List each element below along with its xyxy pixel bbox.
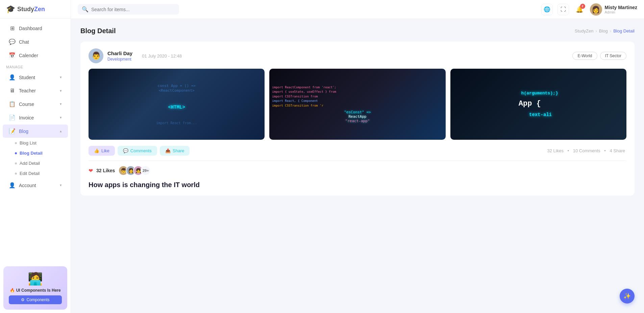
sub-nav-label: Blog Detail [20, 151, 43, 156]
logo[interactable]: 🎓 StudyZen [0, 0, 71, 19]
comments-label: Comments [130, 148, 152, 153]
search-input[interactable] [91, 7, 175, 12]
comments-stat: 10 Comments [573, 148, 600, 153]
blog-image-1: const App = () =><ReactComponent> <HTML>… [89, 69, 265, 140]
logo-icon: 🎓 [6, 5, 15, 14]
expand-icon: ⛶ [561, 6, 566, 13]
blog-image-2: import ReactComponent from 'react';impor… [269, 69, 445, 140]
page-header: Blog Detail StudyZen › Blog › Blog Detai… [80, 27, 635, 35]
sparkle-icon: ✨ [623, 292, 631, 300]
action-buttons: 👍 Like 💬 Comments 📤 Share [89, 146, 190, 156]
sidebar-item-label: Invoice [19, 115, 34, 120]
likes-stat: 32 Likes [547, 148, 563, 153]
manage-label: Manage [0, 62, 71, 70]
author-row: 👨 Charli Day Development 01 July 2020 - … [89, 48, 626, 63]
sidebar-item-label: Chat [19, 39, 29, 45]
sidebar-item-label: Blog [19, 129, 28, 134]
breadcrumb-sep1: › [595, 28, 597, 33]
sidebar-item-blog[interactable]: 📝 Blog ▴ [3, 125, 68, 138]
thumbs-up-icon: 👍 [94, 148, 99, 153]
sidebar: 🎓 StudyZen ⊞ Dashboard 💬 Chat 📅 Calender… [0, 0, 71, 313]
sidebar-item-chat[interactable]: 💬 Chat [3, 35, 68, 48]
student-icon: 👤 [9, 74, 16, 81]
sidebar-item-calender[interactable]: 📅 Calender [3, 49, 68, 62]
author-avatar: 👨 [89, 48, 103, 63]
sidebar-item-label: Student [19, 75, 35, 80]
comment-icon: 💬 [123, 148, 128, 153]
page-content: Blog Detail StudyZen › Blog › Blog Detai… [71, 19, 644, 313]
blog-icon: 📝 [9, 128, 16, 134]
blog-images-grid: const App = () =><ReactComponent> <HTML>… [89, 69, 626, 140]
chevron-down-icon: ▾ [60, 115, 62, 120]
topbar: 🔍 🌐 ⛶ 🔔 2 👩 Misty Martinez Admin [71, 0, 644, 19]
chevron-down-icon: ▾ [60, 183, 62, 187]
stat-sep1: • [568, 148, 569, 153]
sidebar-item-label: Teacher [19, 88, 36, 93]
user-name: Misty Martinez [605, 5, 637, 10]
teacher-icon: 🖥 [9, 88, 16, 94]
blog-image-3: h(arguments);} App { text-ali [450, 69, 626, 140]
chevron-down-icon: ▾ [60, 102, 62, 106]
sub-nav-blog-list[interactable]: Blog List [15, 138, 68, 148]
translate-button[interactable]: 🌐 [541, 4, 553, 15]
page-title: Blog Detail [80, 27, 116, 35]
account-icon: 👤 [9, 182, 16, 188]
chevron-down-icon: ▾ [60, 89, 62, 93]
logo-zen: Zen [34, 6, 45, 13]
notification-button[interactable]: 🔔 2 [574, 4, 585, 15]
chevron-up-icon: ▴ [60, 129, 62, 133]
heart-icon: ❤ [89, 167, 93, 174]
promo-title: 🔥 UI Components Is Here [9, 288, 62, 293]
sidebar-item-student[interactable]: 👤 Student ▾ [3, 71, 68, 84]
breadcrumb: StudyZen › Blog › Blog Detail [575, 28, 635, 33]
sidebar-item-course[interactable]: 📋 Course ▾ [3, 97, 68, 111]
breadcrumb-current: Blog Detail [613, 28, 635, 33]
invoice-icon: 📄 [9, 114, 16, 121]
author-info: 👨 Charli Day Development 01 July 2020 - … [89, 48, 182, 63]
sidebar-item-label: Account [19, 183, 36, 188]
calendar-icon: 📅 [9, 52, 16, 59]
sidebar-item-teacher[interactable]: 🖥 Teacher ▾ [3, 84, 68, 97]
chat-icon: 💬 [9, 39, 16, 45]
sidebar-item-label: Dashboard [19, 26, 42, 31]
user-emoji: 👩 [592, 5, 600, 14]
tag-itsector: IT Sector [600, 52, 626, 60]
image1-code-text: <HTML> [156, 97, 197, 118]
search-icon: 🔍 [82, 6, 89, 13]
comments-button[interactable]: 💬 Comments [118, 146, 157, 156]
user-profile[interactable]: 👩 Misty Martinez Admin [590, 3, 637, 16]
sub-nav-add-detail[interactable]: Add Detail [15, 158, 68, 168]
dashboard-icon: ⊞ [9, 25, 16, 31]
sidebar-item-label: Calender [19, 53, 38, 58]
tag-eworld: E-World [572, 52, 597, 60]
notification-badge: 2 [580, 4, 585, 9]
author-category: Development [107, 57, 132, 62]
topbar-right: 🌐 ⛶ 🔔 2 👩 Misty Martinez Admin [541, 3, 637, 16]
stat-sep2: • [604, 148, 606, 153]
search-box[interactable]: 🔍 [78, 4, 179, 15]
promo-components-button[interactable]: ⚙ Components [9, 295, 62, 304]
shares-stat: 4 Share [610, 148, 625, 153]
promo-illustration: 🧑‍💻 [9, 272, 62, 286]
share-button[interactable]: 📤 Share [160, 146, 190, 156]
author-date: 01 July 2020 - 12:48 [142, 53, 182, 59]
expand-button[interactable]: ⛶ [558, 4, 569, 15]
course-icon: 📋 [9, 101, 16, 107]
like-button[interactable]: 👍 Like [89, 146, 115, 156]
promo-btn-label: Components [26, 297, 49, 302]
more-likers-badge: 29+ [141, 165, 151, 176]
sub-nav-edit-detail[interactable]: Edit Detail [15, 169, 68, 178]
sidebar-item-account[interactable]: 👤 Account ▾ [3, 179, 68, 192]
sub-nav-label: Edit Detail [20, 171, 40, 176]
dot-active-icon [15, 152, 17, 154]
fab-button[interactable]: ✨ [620, 289, 635, 304]
sidebar-item-invoice[interactable]: 📄 Invoice ▾ [3, 111, 68, 124]
breadcrumb-blog: Blog [599, 28, 608, 33]
avatars-row: 👦 👩 👧 29+ [118, 165, 151, 176]
logo-text: StudyZen [17, 6, 45, 13]
sub-nav-blog-detail[interactable]: Blog Detail [15, 148, 68, 158]
logo-study: Study [17, 6, 34, 13]
share-icon: 📤 [165, 148, 171, 153]
sidebar-item-dashboard[interactable]: ⊞ Dashboard [3, 22, 68, 35]
dot-icon [15, 173, 17, 175]
